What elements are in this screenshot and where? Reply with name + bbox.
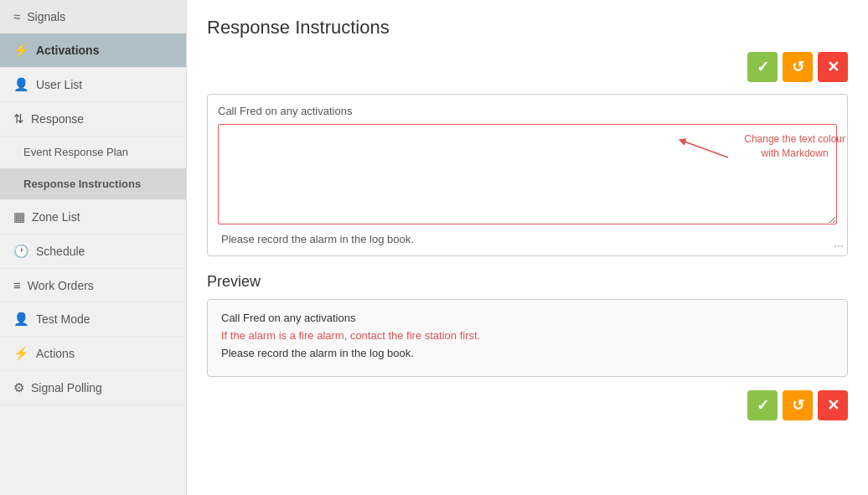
- editor-plain-text: Please record the alarm in the log book.: [218, 233, 837, 245]
- response-icon: ⇅: [13, 111, 24, 126]
- top-action-buttons: ✓ ↺ ✕: [207, 52, 848, 82]
- work-orders-icon: ≡: [13, 278, 21, 292]
- main-content: Response Instructions ✓ ↺ ✕ Call Fred on…: [187, 0, 868, 495]
- preview-line-2: If the alarm is a fire alarm, contact th…: [221, 329, 834, 342]
- user-list-icon: 👤: [13, 77, 29, 92]
- cancel-button-bottom[interactable]: ✕: [818, 390, 848, 420]
- sidebar-item-label: Zone List: [32, 210, 80, 224]
- sidebar-item-response[interactable]: ⇅ Response: [0, 102, 186, 137]
- sidebar-item-event-response-plan[interactable]: Event Response Plan: [0, 137, 186, 168]
- sidebar-item-zone-list[interactable]: ▦ Zone List: [0, 200, 186, 235]
- sidebar-item-actions[interactable]: ⚡ Actions: [0, 337, 186, 371]
- signal-polling-icon: ⚙: [13, 380, 24, 395]
- sidebar-item-work-orders[interactable]: ≡ Work Orders: [0, 269, 186, 302]
- sidebar-item-label: Signal Polling: [31, 381, 102, 394]
- sidebar-item-activations[interactable]: ⚡ Activations: [0, 34, 186, 68]
- sidebar-item-label: Work Orders: [28, 279, 94, 292]
- sidebar-item-label: Actions: [36, 347, 75, 360]
- sidebar-item-signals[interactable]: ≈ Signals: [0, 0, 186, 34]
- actions-icon: ⚡: [13, 346, 29, 361]
- reset-button-top[interactable]: ↺: [783, 52, 813, 82]
- preview-box: Call Fred on any activations If the alar…: [207, 299, 848, 377]
- sidebar-item-label: Signals: [27, 10, 65, 23]
- resize-handle: ⋯: [834, 240, 844, 252]
- test-mode-icon: 👤: [13, 312, 29, 327]
- bottom-action-buttons: ✓ ↺ ✕: [207, 390, 848, 420]
- editor-header-text: Call Fred on any activations: [218, 105, 837, 117]
- editor-textarea[interactable]: [218, 124, 837, 224]
- sidebar-item-response-instructions[interactable]: Response Instructions: [0, 168, 186, 200]
- sidebar-item-label: Test Mode: [36, 312, 90, 326]
- save-button-top[interactable]: ✓: [747, 52, 778, 82]
- sidebar-item-label: Activations: [36, 44, 99, 57]
- sidebar-item-signal-polling[interactable]: ⚙ Signal Polling: [0, 371, 186, 405]
- preview-title: Preview: [207, 273, 848, 291]
- schedule-icon: 🕐: [13, 244, 29, 259]
- save-button-bottom[interactable]: ✓: [747, 390, 778, 420]
- cancel-button-top[interactable]: ✕: [818, 52, 848, 82]
- zone-list-icon: ▦: [13, 209, 25, 224]
- preview-line-3: Please record the alarm in the log book.: [221, 347, 834, 359]
- sidebar: ≈ Signals ⚡ Activations 👤 User List ⇅ Re…: [0, 0, 187, 495]
- signals-icon: ≈: [13, 9, 20, 23]
- sidebar-item-label: Schedule: [36, 245, 85, 258]
- sidebar-item-label: Response: [31, 112, 84, 126]
- sidebar-item-schedule[interactable]: 🕐 Schedule: [0, 235, 186, 269]
- activations-icon: ⚡: [13, 43, 29, 58]
- sidebar-item-user-list[interactable]: 👤 User List: [0, 68, 186, 102]
- page-title: Response Instructions: [207, 17, 848, 39]
- reset-button-bottom[interactable]: ↺: [783, 390, 813, 420]
- sidebar-item-label: User List: [36, 78, 82, 91]
- editor-container: Call Fred on any activations Change the …: [207, 94, 848, 256]
- preview-line-1: Call Fred on any activations: [221, 312, 834, 324]
- sidebar-item-label: Event Response Plan: [23, 146, 128, 158]
- sidebar-item-label: Response Instructions: [23, 178, 141, 190]
- sidebar-item-test-mode[interactable]: 👤 Test Mode: [0, 302, 186, 337]
